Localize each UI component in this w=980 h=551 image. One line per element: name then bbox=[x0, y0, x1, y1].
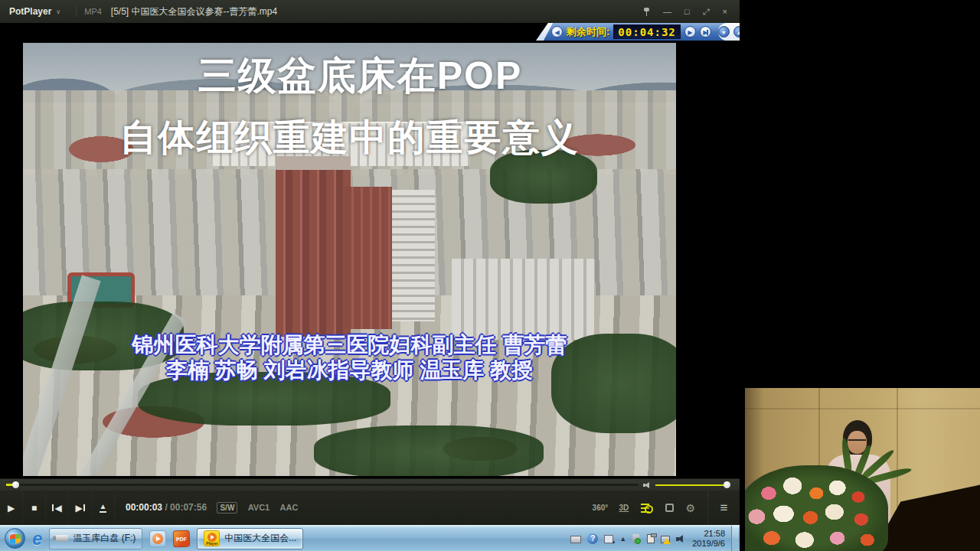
timer-skip-button[interactable]: ▶ bbox=[700, 26, 711, 37]
language-bar-icon[interactable] bbox=[604, 535, 613, 543]
window-title: [5/5] 中国医大全国会议参赛--曹芳蕾.mp4 bbox=[111, 5, 277, 18]
video-credit-line1: 锦州医科大学附属第三医院妇科副主任 曹芳蕾 bbox=[23, 332, 676, 357]
close-button[interactable]: × bbox=[723, 7, 727, 16]
video-codec-label: AVC1 bbox=[248, 503, 270, 512]
remaining-time-label: 剩余时间: bbox=[567, 25, 609, 39]
chevron-down-icon[interactable]: ∨ bbox=[56, 8, 60, 15]
video-content[interactable]: 三级盆底床在POP 自体组织重建中的重要意义 锦州医科大学附属第三医院妇科副主任… bbox=[23, 43, 676, 476]
video-title-line2: 自体组织重建中的重要意义 bbox=[23, 116, 676, 159]
titlebar-divider bbox=[76, 6, 77, 17]
speaker-camera-feed bbox=[745, 388, 980, 551]
titlebar[interactable]: PotPlayer ∨ MP4 [5/5] 中国医大全国会议参赛--曹芳蕾.mp… bbox=[0, 0, 740, 23]
minimize-button[interactable]: — bbox=[663, 7, 671, 16]
show-desktop-button[interactable] bbox=[731, 526, 738, 551]
right-toolbar: 360° 3D ⚙ ≡ bbox=[590, 491, 740, 525]
potplayer-window: PotPlayer ∨ MP4 [5/5] 中国医大全国会议参赛--曹芳蕾.mp… bbox=[0, 0, 740, 525]
keyboard-tray-icon[interactable] bbox=[570, 536, 581, 543]
usb-drive-label: 温玉库白盘 (F:) bbox=[73, 532, 136, 545]
video-title-overlay: 三级盆底床在POP 自体组织重建中的重要意义 bbox=[23, 52, 676, 159]
potplayer-taskbar-label: 中国医大全国会... bbox=[224, 532, 296, 545]
settings-gear-icon[interactable]: ⚙ bbox=[685, 502, 695, 514]
screen: PotPlayer ∨ MP4 [5/5] 中国医大全国会议参赛--曹芳蕾.mp… bbox=[0, 0, 980, 551]
video-title-line1: 三级盆底床在POP bbox=[34, 52, 676, 99]
clipboard-tray-icon[interactable] bbox=[647, 534, 655, 543]
fullscreen-button[interactable]: ⤢ bbox=[703, 7, 710, 17]
desktop: PotPlayer ∨ MP4 [5/5] 中国医大全国会议参赛--曹芳蕾.mp… bbox=[0, 0, 740, 551]
usb-drive-icon bbox=[56, 535, 68, 542]
system-tray: ? ▲ 21:58 2019/9/6 bbox=[570, 526, 740, 551]
volume-slider[interactable] bbox=[655, 484, 727, 486]
taskbar-clock[interactable]: 21:58 2019/9/6 bbox=[692, 529, 725, 549]
pin-icon[interactable] bbox=[643, 7, 650, 17]
audio-codec-label: AAC bbox=[280, 503, 299, 512]
current-time: 00:00:03 bbox=[126, 502, 162, 513]
seekbar-knob[interactable] bbox=[12, 481, 19, 488]
potplayer-icon: Player bbox=[204, 530, 220, 546]
media-player-taskbar-icon[interactable] bbox=[149, 530, 166, 547]
hospital-tower bbox=[276, 156, 351, 337]
format-badge: MP4 bbox=[84, 7, 102, 16]
3d-view-button[interactable]: 3D bbox=[613, 504, 634, 512]
timer-forward-button[interactable]: ▶ bbox=[684, 26, 696, 37]
remaining-time-value: 00:04:32 bbox=[613, 24, 680, 39]
open-file-button[interactable]: ▲ bbox=[92, 491, 115, 525]
countdown-timer-overlay: ◀ 剩余时间: 00:04:32 ▶ ▶ ▼ ▲ bbox=[536, 23, 740, 41]
network-warning-icon[interactable] bbox=[661, 536, 670, 543]
timer-adjust-panel: ▼ ▲ bbox=[718, 23, 745, 41]
timer-decrease-button[interactable]: ▼ bbox=[718, 26, 730, 37]
previous-button[interactable]: ◀ bbox=[46, 491, 69, 525]
windows-logo-icon bbox=[10, 533, 21, 543]
app-menu-button[interactable]: PotPlayer bbox=[0, 6, 56, 17]
stop-button[interactable]: ■ bbox=[23, 491, 46, 525]
window-controls: — □ ⤢ × bbox=[643, 7, 727, 17]
volume-knob[interactable] bbox=[724, 481, 730, 488]
usb-drive-taskbar-button[interactable]: 温玉库白盘 (F:) bbox=[49, 528, 142, 549]
clock-date: 2019/9/6 bbox=[692, 539, 725, 549]
360-view-button[interactable]: 360° bbox=[590, 504, 610, 512]
play-button[interactable]: ▶ bbox=[0, 491, 23, 525]
clock-time: 21:58 bbox=[692, 529, 725, 539]
internet-explorer-icon[interactable]: e bbox=[32, 528, 42, 549]
glasses bbox=[848, 439, 866, 442]
timer-back-button[interactable]: ◀ bbox=[551, 26, 563, 37]
help-tray-icon[interactable]: ? bbox=[587, 533, 598, 544]
video-credits-overlay: 锦州医科大学附属第三医院妇科副主任 曹芳蕾 李楠 苏畅 刘岩冰指导教师 温玉库 … bbox=[23, 332, 676, 383]
seek-row bbox=[0, 478, 740, 491]
speaker-tray-icon[interactable] bbox=[676, 534, 686, 543]
subtitle-panel-icon[interactable] bbox=[665, 504, 674, 512]
playlist-search-icon[interactable] bbox=[641, 504, 653, 513]
volume-icon[interactable] bbox=[643, 482, 651, 488]
pdf-taskbar-icon[interactable]: PDF bbox=[173, 530, 191, 547]
start-button[interactable] bbox=[5, 528, 25, 549]
show-hidden-icons-button[interactable]: ▲ bbox=[619, 535, 626, 543]
timer-increase-button[interactable]: ▲ bbox=[733, 26, 745, 37]
taskbar: e 温玉库白盘 (F:) PDF Player 中国医大全国会... ? ▲ bbox=[0, 525, 740, 551]
maximize-button[interactable]: □ bbox=[684, 7, 690, 16]
control-bar: ▶ ■ ◀ ▶ ▲ 00:00:03 / 00:07:56 S/W AVC1 A… bbox=[0, 491, 740, 525]
time-display: 00:00:03 / 00:07:56 S/W AVC1 AAC bbox=[126, 502, 298, 514]
decoder-badge: S/W bbox=[217, 502, 237, 514]
next-button[interactable]: ▶ bbox=[69, 491, 92, 525]
total-time: 00:07:56 bbox=[170, 502, 207, 513]
menu-button[interactable]: ≡ bbox=[707, 491, 740, 525]
seekbar[interactable] bbox=[6, 484, 639, 486]
safely-remove-usb-icon[interactable] bbox=[632, 534, 639, 543]
flower-bouquet bbox=[745, 465, 888, 551]
volume-area bbox=[643, 481, 732, 489]
video-credit-line2: 李楠 苏畅 刘岩冰指导教师 温玉库 教授 bbox=[23, 357, 676, 383]
potplayer-taskbar-button[interactable]: Player 中国医大全国会... bbox=[197, 528, 303, 549]
